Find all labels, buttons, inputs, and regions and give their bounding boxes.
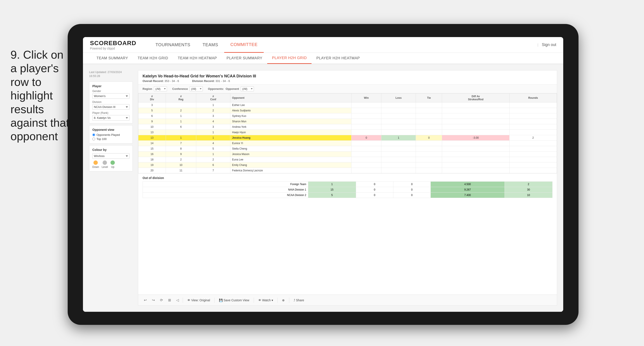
- opponent-filter-select[interactable]: (All): [241, 86, 254, 91]
- sub-nav-player-summary[interactable]: PLAYER SUMMARY: [222, 52, 267, 64]
- sub-nav-team-h2h-heatmap[interactable]: TEAM H2H HEATMAP: [173, 52, 222, 64]
- diff-cell: [442, 152, 510, 157]
- loss-cell: [381, 119, 416, 124]
- toolbar-divider-3: [254, 298, 254, 303]
- rounds-cell: 2: [509, 135, 557, 141]
- table-row[interactable]: 16 9 1 Jessica Mason: [138, 152, 557, 157]
- tie-cell: [416, 163, 442, 168]
- tie-cell: [416, 157, 442, 163]
- watch-button[interactable]: 👁 Watch ▾: [256, 298, 275, 303]
- nav-item-committee[interactable]: COMMITTEE: [224, 37, 264, 53]
- division-select[interactable]: NCAA Division III: [92, 104, 130, 110]
- col-opponent: Opponent: [230, 94, 352, 102]
- conf-cell: 2: [196, 157, 230, 163]
- table-row[interactable]: 15 8 5 Stella Cheng: [138, 146, 557, 152]
- filter-region-group: Region (All): [142, 86, 167, 91]
- region-filter-select[interactable]: (All): [154, 86, 167, 91]
- div-cell: 19: [138, 163, 166, 168]
- conf-cell: 3: [196, 113, 230, 119]
- colour-dot-up: [110, 161, 115, 165]
- table-row[interactable]: 20 11 7 Federica Domecq Lacroze: [138, 168, 557, 173]
- logo-area: SCOREBOARD Powered by clippd: [90, 40, 136, 50]
- conf-cell: 1: [196, 135, 230, 141]
- redo-button[interactable]: ↪: [151, 297, 156, 303]
- table-row[interactable]: 13 1 1 Jessica Huang 010-3.002: [138, 135, 557, 141]
- sign-out-button[interactable]: Sign out: [542, 42, 556, 47]
- table-row[interactable]: 19 10 6 Emily Chang: [138, 163, 557, 168]
- out-loss-cell: 0: [356, 187, 393, 192]
- table-row[interactable]: 10 6 3 Andrea York: [138, 124, 557, 130]
- diff-cell: [442, 108, 510, 113]
- conf-cell: 4: [196, 119, 230, 124]
- rounds-cell: [509, 130, 557, 135]
- diff-cell: -3.00: [442, 135, 510, 141]
- content-title: Katelyn Vo Head-to-Head Grid for Women's…: [142, 74, 552, 78]
- out-win-cell: 1: [308, 181, 356, 187]
- conf-cell: 1: [196, 130, 230, 135]
- tie-cell: [416, 152, 442, 157]
- sub-nav-team-summary[interactable]: TEAM SUMMARY: [92, 52, 133, 64]
- table-row[interactable]: 14 7 4 Eunice Yi: [138, 141, 557, 146]
- sub-nav-team-h2h-grid[interactable]: TEAM H2H GRID: [133, 52, 173, 64]
- refresh-button[interactable]: ⟳: [159, 297, 164, 303]
- filter-row: Region (All) Conference (All) Opponents:: [138, 85, 557, 93]
- loss-cell: [381, 108, 416, 113]
- conf-cell: 1: [196, 152, 230, 157]
- grid-button[interactable]: ⊞: [167, 297, 172, 303]
- right-content: Katelyn Vo Head-to-Head Grid for Women's…: [138, 70, 557, 306]
- player-section: Player Gender Women's Division NCAA Divi…: [89, 82, 133, 123]
- division-label: Division: [92, 101, 130, 104]
- save-custom-view-button[interactable]: 💾 Save Custom View: [217, 298, 251, 303]
- out-loss-cell: 0: [356, 192, 393, 198]
- loss-cell: [381, 130, 416, 135]
- loss-cell: 1: [381, 135, 416, 141]
- win-cell: [352, 168, 382, 173]
- col-reg: #Reg: [166, 94, 196, 102]
- opponents-played-radio[interactable]: Opponents Played: [92, 133, 130, 137]
- sub-nav-player-h2h-heatmap[interactable]: PLAYER H2H HEATMAP: [312, 52, 364, 64]
- rounds-cell: [509, 113, 557, 119]
- top-100-radio[interactable]: Top 100: [92, 137, 130, 141]
- view-original-button[interactable]: 👁 View: Original: [186, 298, 212, 303]
- sub-nav-player-h2h-grid[interactable]: PLAYER H2H GRID: [267, 52, 312, 64]
- share-button[interactable]: ⤴ Share: [292, 298, 306, 303]
- win-cell: [352, 108, 382, 113]
- rounds-cell: [509, 124, 557, 130]
- out-table-row: NAIA Division 1 15 0 0 9.267 30: [143, 187, 552, 192]
- undo-button[interactable]: ↩: [142, 297, 148, 303]
- conf-cell: 6: [196, 163, 230, 168]
- out-win-cell: 5: [308, 192, 356, 198]
- opponent-view-section: Opponent view Opponents Played Top 100: [89, 125, 133, 144]
- back-button[interactable]: ◁: [175, 297, 180, 303]
- col-win: Win: [352, 94, 382, 102]
- conference-filter-select[interactable]: (All): [190, 86, 203, 91]
- tie-cell: 0: [416, 135, 442, 141]
- out-table-row: NCAA Division 2 5 0 0 7.400 10: [143, 192, 552, 198]
- nav-item-tournaments[interactable]: TOURNAMENTS: [149, 37, 196, 53]
- opponent-radio-group: Opponents Played Top 100: [92, 133, 130, 141]
- nav-item-teams[interactable]: TEAMS: [196, 37, 224, 53]
- table-row[interactable]: 18 2 2 Euna Lee: [138, 157, 557, 163]
- table-row[interactable]: 3 1 Esther Lee: [138, 102, 557, 108]
- table-row[interactable]: 5 2 2 Alexis Sudjianto: [138, 108, 557, 113]
- div-cell: 10: [138, 124, 166, 130]
- diff-cell: [442, 124, 510, 130]
- table-row[interactable]: 9 1 4 Sharon Mun: [138, 119, 557, 124]
- loss-cell: [381, 113, 416, 119]
- grid-container: #Div #Reg #Conf Opponent Win Loss Tie Di…: [138, 93, 557, 295]
- colour-label-level: Level: [102, 166, 108, 169]
- loss-cell: [381, 152, 416, 157]
- gender-select[interactable]: Women's: [92, 93, 130, 99]
- nav-items: TOURNAMENTS TEAMS COMMITTEE: [149, 37, 538, 53]
- colour-by-select[interactable]: Win/loss: [92, 153, 130, 159]
- loss-cell: [381, 157, 416, 163]
- player-rank-select[interactable]: 8. Katelyn Vo: [92, 115, 130, 121]
- opponent-cell: Andrea York: [230, 124, 352, 130]
- layout-button[interactable]: ⊕: [280, 298, 286, 303]
- table-row[interactable]: 13 1 Haejo Hyun: [138, 130, 557, 135]
- nav-divider: |: [538, 43, 538, 47]
- filter-opponent-group: Opponents: Opponent (All): [208, 86, 254, 91]
- colour-by-title: Colour by: [92, 148, 130, 152]
- table-row[interactable]: 6 1 3 Sydney Kuo: [138, 113, 557, 119]
- col-loss: Loss: [381, 94, 416, 102]
